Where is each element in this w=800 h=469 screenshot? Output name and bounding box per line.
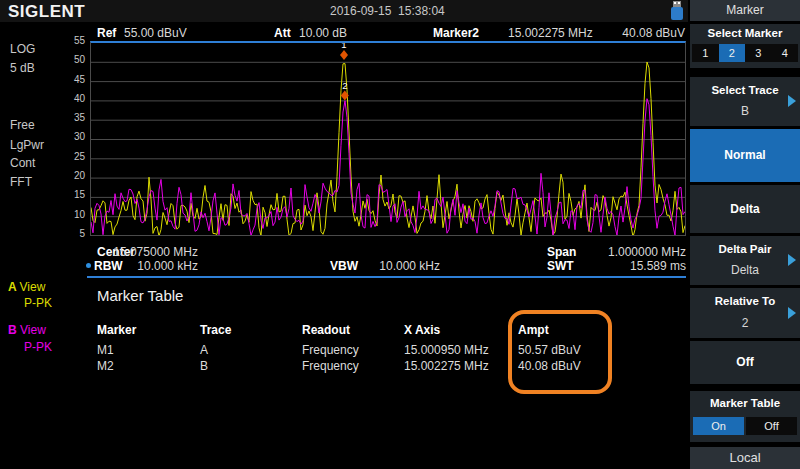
delta-pair-value: Delta (690, 263, 800, 277)
off-button[interactable]: Off (690, 341, 800, 384)
svg-text:1: 1 (341, 43, 346, 50)
scale-type-label: LOG (10, 42, 35, 56)
select-trace-label: Select Trace (690, 84, 800, 96)
swt-label: SWT (547, 259, 574, 273)
y-tick: 25 (55, 151, 85, 162)
marker-readout-label: Marker2 (433, 26, 479, 40)
trace-b-detector: P-PK (24, 340, 52, 354)
select-trace-value: B (690, 104, 800, 118)
y-tick: 45 (55, 74, 85, 85)
select-marker-section: Select Marker 1 2 3 4 (690, 24, 800, 68)
y-tick: 50 (55, 54, 85, 65)
y-tick: 15 (55, 189, 85, 200)
spectrum-plot: 12 (90, 41, 686, 236)
toggle-on[interactable]: On (693, 417, 744, 435)
toggle-off[interactable]: Off (746, 417, 797, 435)
datetime-display: 2016-09-15 15:38:04 (330, 4, 445, 18)
top-bar: SIGLENT 2016-09-15 15:38:04 (0, 0, 800, 22)
ampt-highlight-annotation (508, 310, 612, 394)
span-value: 1.000000 MHz (580, 245, 686, 259)
trace-a-legend: A View (8, 280, 45, 294)
submenu-arrow-icon (788, 307, 796, 319)
brand-logo: SIGLENT (8, 2, 85, 22)
delta-pair-button[interactable]: Delta Pair Delta (690, 236, 800, 285)
relative-to-button[interactable]: Relative To 2 (690, 288, 800, 338)
y-tick: 20 (55, 170, 85, 181)
table-cell: Frequency (302, 359, 404, 375)
trace-b-name: B (8, 323, 17, 337)
trace-a-detector: P-PK (24, 296, 52, 310)
col-readout: Readout (302, 323, 404, 337)
col-marker: Marker (97, 323, 200, 337)
submenu-arrow-icon (788, 95, 796, 107)
preamp-label: LgPwr (10, 138, 44, 152)
marker-readout-freq: 15.002275 MHz (508, 26, 593, 40)
table-cell: A (200, 343, 302, 359)
table-cell: M1 (97, 343, 200, 359)
section-divider (87, 276, 686, 278)
sweep-mode-label: Cont (10, 156, 35, 170)
table-cell: Frequency (302, 343, 404, 359)
usb-icon (671, 1, 683, 20)
att-value: 10.00 dB (299, 26, 347, 40)
rbw-value: 10.000 kHz (113, 259, 198, 273)
relative-to-value: 2 (690, 316, 800, 330)
spectrum-svg: 12 (91, 43, 685, 236)
trace-b-mode: View (20, 323, 46, 337)
center-value: 15.075000 MHz (113, 245, 198, 259)
marker-table-toggle-label: Marker Table (690, 397, 800, 409)
svg-text:2: 2 (342, 80, 347, 91)
y-tick: 30 (55, 131, 85, 142)
spectrum-analyzer-screen: SIGLENT 2016-09-15 15:38:04 Ref 55.00 dB… (0, 0, 800, 469)
vbw-label: VBW (330, 259, 358, 273)
marker-option-2[interactable]: 2 (719, 44, 746, 62)
fft-label: FFT (10, 175, 32, 189)
marker-readout-ampl: 40.08 dBuV (600, 26, 685, 40)
col-xaxis: X Axis (404, 323, 518, 337)
select-marker-label: Select Marker (690, 27, 800, 39)
marker-table-title: Marker Table (97, 287, 183, 304)
select-trace-button[interactable]: Select Trace B (690, 77, 800, 126)
ref-label: Ref (97, 26, 116, 40)
delta-pair-label: Delta Pair (690, 243, 800, 255)
vbw-value: 10.000 kHz (375, 259, 440, 273)
marker-option-3[interactable]: 3 (745, 44, 772, 62)
y-tick: 5 (55, 228, 85, 239)
trace-a-mode: View (20, 280, 46, 294)
trigger-label: Free (10, 118, 35, 132)
swt-value: 15.589 ms (580, 259, 686, 273)
table-cell: B (200, 359, 302, 375)
delta-button[interactable]: Delta (690, 185, 800, 233)
trace-a-name: A (8, 280, 16, 294)
local-button[interactable]: Local (690, 447, 800, 469)
marker-options: 1 2 3 4 (692, 44, 798, 62)
y-tick: 40 (55, 93, 85, 104)
y-tick: 55 (55, 35, 85, 46)
y-tick: 35 (55, 112, 85, 123)
marker-table-toggle-section: Marker Table On Off (690, 391, 800, 442)
y-tick: 10 (55, 209, 85, 220)
marker-option-1[interactable]: 1 (692, 44, 719, 62)
softkey-menu: Marker Select Marker 1 2 3 4 Select Trac… (688, 0, 800, 469)
scale-div-label: 5 dB (10, 61, 35, 75)
menu-title: Marker (690, 0, 800, 21)
ref-value: 55.00 dBuV (124, 26, 187, 40)
rbw-bullet-icon (86, 263, 91, 268)
span-label: Span (547, 245, 576, 259)
marker-table-toggle: On Off (693, 417, 797, 435)
normal-button[interactable]: Normal (690, 129, 800, 182)
table-cell: 15.002275 MHz (404, 359, 518, 375)
submenu-arrow-icon (788, 254, 796, 266)
col-trace: Trace (200, 323, 302, 337)
att-label: Att (274, 26, 291, 40)
relative-to-label: Relative To (690, 295, 800, 307)
marker-option-4[interactable]: 4 (772, 44, 799, 62)
trace-b-legend: B View (8, 323, 46, 337)
table-cell: 15.000950 MHz (404, 343, 518, 359)
table-cell: M2 (97, 359, 200, 375)
